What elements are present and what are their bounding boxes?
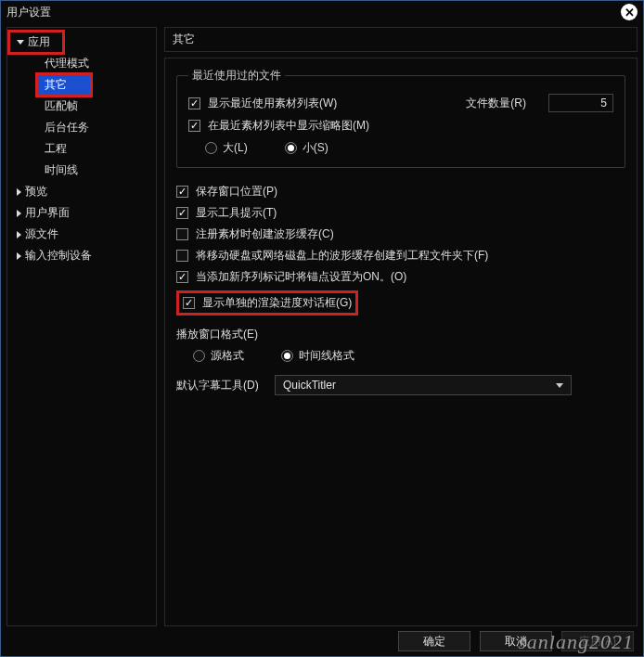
label-show-recent: 显示最近使用素材列表(W) [208,96,337,111]
footer: 确定 取消 应用(A) sanlang2021 [1,626,643,656]
label-playback-format: 播放窗口格式(E) [176,327,258,342]
recent-files-group: 最近使用过的文件 显示最近使用素材列表(W) 文件数量(R) 在最近素材列表中显… [176,68,625,168]
label-source-format: 源格式 [211,348,244,364]
label-file-count: 文件数量(R) [466,96,526,111]
chevron-right-icon [17,231,21,238]
page-title: 其它 [164,27,638,52]
sidebar-item-inputdevice[interactable]: 输入控制设备 [9,245,154,266]
sidebar-item-source[interactable]: 源文件 [9,224,154,245]
sidebar: 应用 代理模式 其它 匹配帧 后台任务 工程 时间线 预览 用户界面 源文件 [6,27,157,626]
sidebar-item-other[interactable]: 其它 [37,74,91,96]
sidebar-item-label: 用户界面 [25,205,70,221]
checkbox-tooltips[interactable] [176,207,188,219]
recent-files-legend: 最近使用过的文件 [188,68,285,84]
checkbox-render-dialog[interactable] [183,297,195,309]
label-waveform: 注册素材时创建波形缓存(C) [196,226,334,242]
chevron-right-icon [17,252,21,260]
sidebar-item-app[interactable]: 应用 [9,32,63,53]
sidebar-item-matchframe[interactable]: 匹配帧 [9,96,154,117]
cancel-button[interactable]: 取消 [480,631,552,651]
checkbox-save-winpos[interactable] [176,186,188,198]
sidebar-item-label: 输入控制设备 [25,248,92,264]
chevron-down-icon [556,383,563,388]
content-area: 最近使用过的文件 显示最近使用素材列表(W) 文件数量(R) 在最近素材列表中显… [164,58,638,626]
label-move-waveform: 将移动硬盘或网络磁盘上的波形缓存创建到工程文件夹下(F) [196,248,488,264]
label-size-large: 大(L) [223,140,248,156]
checkbox-show-recent[interactable] [188,97,200,110]
sidebar-item-timeline[interactable]: 时间线 [9,160,154,181]
sidebar-item-label: 源文件 [25,226,58,242]
label-size-small: 小(S) [303,140,328,156]
default-titler-select[interactable]: QuickTitler [275,375,572,395]
radio-size-large[interactable] [205,142,217,154]
chevron-right-icon [17,210,21,217]
sidebar-item-project[interactable]: 工程 [9,138,154,160]
radio-source-format[interactable] [193,350,205,362]
label-default-titler: 默认字幕工具(D) [176,378,262,393]
sidebar-item-proxy[interactable]: 代理模式 [9,53,154,74]
sidebar-item-bgtasks[interactable]: 后台任务 [9,117,154,138]
window-title: 用户设置 [6,5,51,20]
label-tooltips: 显示工具提示(T) [196,205,277,221]
chevron-down-icon [17,40,24,45]
sidebar-item-ui[interactable]: 用户界面 [9,202,154,224]
sidebar-item-label: 应用 [28,34,50,50]
radio-size-small[interactable] [285,142,297,154]
sidebar-item-preview[interactable]: 预览 [9,181,154,202]
main-panel: 其它 最近使用过的文件 显示最近使用素材列表(W) 文件数量(R) 在 [164,27,638,626]
chevron-right-icon [17,188,21,196]
highlight-render-dialog: 显示单独的渲染进度对话框(G) [176,290,358,316]
checkbox-show-thumbs[interactable] [188,120,200,132]
ok-button[interactable]: 确定 [398,631,470,651]
select-value: QuickTitler [283,379,336,392]
checkbox-waveform[interactable] [176,228,188,240]
label-show-thumbs: 在最近素材列表中显示缩略图(M) [208,118,369,134]
file-count-input[interactable] [548,94,613,112]
checkbox-anchor-on[interactable] [176,271,188,283]
label-timeline-format: 时间线格式 [299,348,354,364]
label-anchor-on: 当添加新序列标记时将锚点设置为ON。(O) [196,269,406,285]
label-save-winpos: 保存窗口位置(P) [196,184,277,200]
titlebar: 用户设置 ✕ [1,1,643,23]
radio-timeline-format[interactable] [281,350,293,362]
close-button[interactable]: ✕ [621,4,638,20]
label-render-dialog: 显示单独的渲染进度对话框(G) [202,295,352,311]
apply-button[interactable]: 应用(A) [561,631,634,651]
sidebar-item-label: 预览 [25,184,47,200]
checkbox-move-waveform[interactable] [176,250,188,262]
